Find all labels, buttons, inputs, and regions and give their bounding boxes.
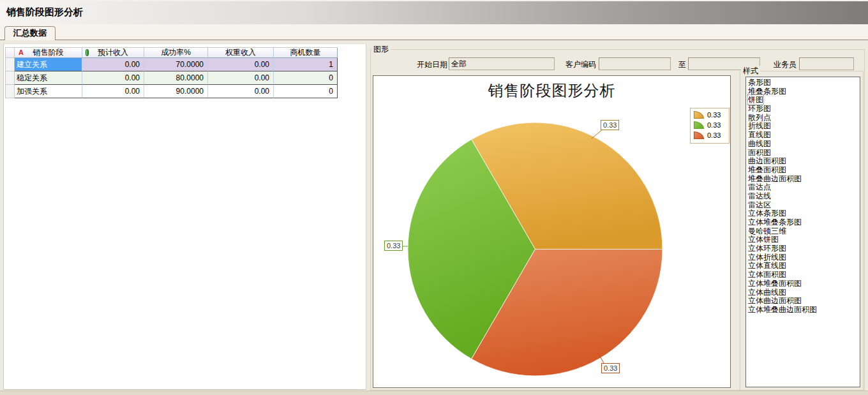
table-cell-opportunity-count[interactable]: 1 [274,58,338,71]
style-list-item[interactable]: 雷达区 [748,201,860,210]
style-list-item[interactable]: 立体直线图 [748,262,860,271]
style-list-item-label: 雷达线 [748,191,771,200]
tab-label: 汇总数据 [13,28,47,38]
table-row: 建立关系 0.00 70.0000 0.00 1 [6,58,338,71]
table-cell-opportunity-count[interactable]: 0 [274,71,338,85]
table-header-row: A 销售阶段 预计收入 成功率% 权重收入 商机数量 [6,48,338,58]
pie-slice-label: 0.33 [601,120,619,130]
column-header-success-rate[interactable]: 成功率% [144,48,208,58]
start-date-field[interactable]: 全部 [449,57,555,70]
chart-canvas: 销售阶段图形分析 0.33 0.33 0.33 0.33 0.33 0.33 [373,75,731,388]
table-cell-weighted-income[interactable]: 0.00 [208,58,274,71]
style-list-item[interactable]: 立体环形图 [748,244,860,253]
start-date-label: 开始日期 [396,59,447,70]
pie-label-leader [592,130,602,138]
style-list-item-label: 散列点 [748,113,771,122]
style-list-item[interactable]: 立体条形图 [748,209,860,218]
style-list-item-label: 雷达区 [748,200,771,209]
style-list-item[interactable]: 散列点 [748,114,860,123]
style-list-item-label: 立体堆叠条形图 [748,218,802,227]
chart-title: 销售阶段图形分析 [373,80,730,101]
style-list-item[interactable]: 立体曲边面积图 [748,297,860,306]
table-cell-success-rate[interactable]: 80.0000 [144,71,208,85]
style-list-item[interactable]: 立体面积图 [748,271,860,279]
style-list-item-label: 雷达点 [748,183,771,191]
style-list-item-label: 折线图 [748,121,771,130]
table-cell-success-rate[interactable]: 90.0000 [144,85,208,98]
legend-swatch-icon [694,131,704,139]
legend-item: 0.33 [694,121,726,129]
pie-slice-label: 0.33 [601,363,620,373]
style-list-item[interactable]: 立体堆叠条形图 [748,218,860,227]
style-list-item-label: 立体曲线图 [748,288,786,297]
chart-legend: 0.33 0.33 0.33 [690,108,730,144]
tab-strip: 汇总数据 [0,24,868,40]
style-listbox[interactable]: 条形图堆叠条形图饼图环形图散列点折线图直线图曲线图面积图曲边面积图堆叠面积图堆叠… [745,77,860,387]
style-list-item-label: 立体面积图 [748,270,786,279]
row-selector[interactable] [6,85,15,98]
salesman-field[interactable] [799,57,854,70]
style-list-item[interactable]: 堆叠条形图 [748,87,860,96]
table-cell-expected-income[interactable]: 0.00 [82,58,144,71]
column-header-stage[interactable]: A 销售阶段 [15,48,82,58]
bottom-strip [0,391,868,395]
style-list-item-label: 曲线图 [748,139,771,148]
style-list-item[interactable]: 环形图 [748,105,860,114]
summary-panel: A 销售阶段 预计收入 成功率% 权重收入 商机数量 [3,43,366,390]
style-list-item[interactable]: 立体堆叠面积图 [748,279,860,288]
style-list-item[interactable]: 立体堆叠曲边面积图 [748,306,860,315]
summary-table: A 销售阶段 预计收入 成功率% 权重收入 商机数量 [5,47,338,98]
row-selector[interactable] [6,71,15,85]
table-cell-stage[interactable]: 加强关系 [15,85,82,98]
style-list-item-label: 面积图 [748,148,771,157]
style-list-item[interactable]: 曼哈顿三维 [748,227,860,236]
style-list-item[interactable]: 立体饼图 [748,235,860,244]
graph-groupbox: 图形 开始日期 全部 客户编码 至 业务员 销售阶段图形分析 0.33 0.33… [370,49,865,391]
legend-swatch-icon [694,121,704,129]
style-list-item[interactable]: 雷达点 [748,183,860,192]
green-bar-icon [86,49,89,56]
style-list-item-label: 立体饼图 [748,235,779,244]
table-cell-stage[interactable]: 建立关系 [15,58,82,71]
table-cell-expected-income[interactable]: 0.00 [82,85,144,98]
table-cell-stage[interactable]: 稳定关系 [15,71,82,85]
row-selector[interactable] [6,58,15,71]
style-list-item[interactable]: 条形图 [748,78,860,87]
style-list-item[interactable]: 堆叠面积图 [748,166,860,175]
style-list-item-label: 堆叠条形图 [748,87,786,96]
style-list-item[interactable]: 立体曲线图 [748,288,860,297]
style-list-item[interactable]: 曲边面积图 [748,157,860,166]
style-list-item[interactable]: 折线图 [748,122,860,131]
style-list-item[interactable]: 饼图 [748,96,860,105]
style-list-item[interactable]: 雷达线 [748,192,860,201]
style-list-item-label: 直线图 [748,130,771,139]
customer-code-label: 客户编码 [561,59,596,70]
style-list-item-label: 立体直线图 [748,261,786,270]
customer-code-field[interactable] [599,57,671,70]
pie-slice-label: 0.33 [384,241,403,251]
style-list-item-label: 曼哈顿三维 [748,227,786,235]
table-cell-weighted-income[interactable]: 0.00 [208,71,274,85]
style-list-item[interactable]: 面积图 [748,149,860,158]
to-label: 至 [677,59,686,70]
column-header-expected-income[interactable]: 预计收入 [82,48,144,58]
style-list-item-label: 堆叠曲边面积图 [748,174,802,183]
style-list-item[interactable]: 堆叠曲边面积图 [748,175,860,184]
window: 销售阶段图形分析 汇总数据 A 销售阶段 预计收入 成功率% [0,0,868,395]
column-header-opportunity-count[interactable]: 商机数量 [274,48,338,58]
table-cell-success-rate[interactable]: 70.0000 [144,58,208,71]
table-cell-expected-income[interactable]: 0.00 [82,71,144,85]
legend-item: 0.33 [694,111,726,119]
style-list-item[interactable]: 曲线图 [748,140,860,149]
style-list-item-label: 饼图 [748,95,763,104]
table-cell-weighted-income[interactable]: 0.00 [208,85,274,98]
style-list-item-label: 立体堆叠曲边面积图 [748,305,817,314]
style-list-item-label: 堆叠面积图 [748,165,786,174]
table-cell-opportunity-count[interactable]: 0 [274,85,338,98]
style-list-item[interactable]: 直线图 [748,131,860,140]
style-list-item[interactable]: 立体折线图 [748,253,860,262]
style-list-item-label: 立体环形图 [748,244,786,253]
column-header-weighted-income[interactable]: 权重收入 [208,48,274,58]
legend-item: 0.33 [694,131,726,139]
tab-summary-data[interactable]: 汇总数据 [4,26,56,40]
